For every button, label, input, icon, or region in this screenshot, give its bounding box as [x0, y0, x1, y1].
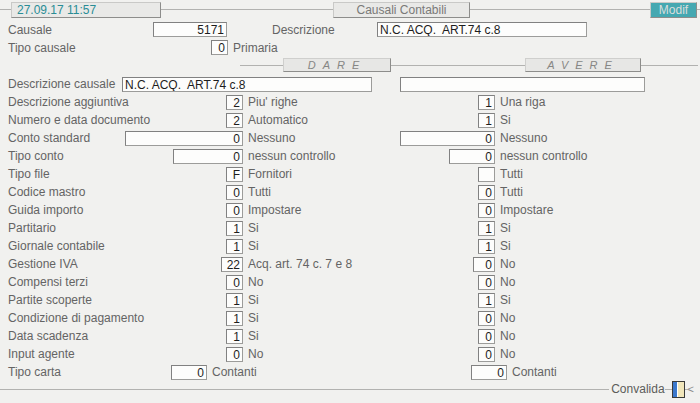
avere-field[interactable]: 0: [473, 257, 495, 272]
form-row: Input agente 0 No 0 No: [0, 345, 700, 363]
form-row: Guida importo 0 Impostare 0 Impostare: [0, 201, 700, 219]
avere-field-description: Si: [500, 221, 511, 235]
avere-field[interactable]: 0: [478, 329, 495, 344]
footer-bar: Convalida <: [0, 380, 700, 398]
avere-field-description: Si: [500, 113, 511, 127]
avere-field-description: No: [500, 329, 515, 343]
form-row: Tipo carta 0 Contanti 0 Contanti: [0, 363, 700, 381]
avere-field[interactable]: 1: [478, 239, 495, 254]
avere-field[interactable]: 0: [478, 185, 495, 200]
dare-label: DARE: [308, 59, 367, 71]
column-header-avere: AVERE: [525, 58, 641, 72]
form-row: Data scadenza 1 Si 0 No: [0, 327, 700, 345]
avere-field[interactable]: 0: [400, 131, 495, 146]
avere-field-description: Si: [500, 293, 511, 307]
form-row: Numero e data documento 2 Automatico 1 S…: [0, 111, 700, 129]
causale-label: Causale: [8, 23, 52, 38]
avere-field-description: Nessuno: [500, 131, 547, 145]
form-row: Giornale contabile 1 Si 1 Si: [0, 237, 700, 255]
avere-field[interactable]: 1: [478, 221, 495, 236]
avere-field[interactable]: 0: [478, 203, 495, 218]
back-arrow[interactable]: <: [688, 383, 694, 395]
datetime-box: 27.09.17 11:57: [11, 2, 161, 18]
form-grid: Descrizione causale N.C. ACQ. ART.74 c.8…: [0, 75, 700, 381]
form-row: Partitario 1 Si 1 Si: [0, 219, 700, 237]
exit-door-icon[interactable]: [672, 381, 685, 398]
mode-badge: Modif: [650, 2, 697, 18]
avere-field[interactable]: 0: [478, 347, 495, 362]
form-row: Conto standard 0 Nessuno 0 Nessuno: [0, 129, 700, 147]
avere-field[interactable]: 1: [478, 293, 495, 308]
avere-field-description: Tutti: [500, 167, 523, 181]
avere-field-description: nessun controllo: [500, 149, 587, 163]
avere-field-description: Tutti: [500, 185, 523, 199]
form-row: Tipo conto 0 nessun controllo 0 nessun c…: [0, 147, 700, 165]
avere-field[interactable]: 0: [478, 275, 495, 290]
avere-field-description: No: [500, 257, 515, 271]
avere-field-description: Contanti: [512, 365, 557, 379]
descrizione-input[interactable]: N.C. ACQ. ART.74 c.8: [377, 22, 587, 37]
descrizione-label: Descrizione: [272, 23, 335, 38]
avere-field[interactable]: 0: [449, 149, 495, 164]
form-row: Partite scoperte 1 Si 1 Si: [0, 291, 700, 309]
avere-field-description: No: [500, 347, 515, 361]
avere-field-description: No: [500, 311, 515, 325]
convalida-label: Convalida: [611, 382, 664, 396]
avere-field-description: Impostare: [500, 203, 553, 217]
column-header-dare: DARE: [283, 58, 391, 72]
causale-input[interactable]: 5171: [153, 22, 227, 37]
avere-field-description: Una riga: [500, 95, 545, 109]
form-row: Descrizione causale N.C. ACQ. ART.74 c.8: [0, 75, 700, 93]
form-row: Compensi terzi 0 No 0 No: [0, 273, 700, 291]
avere-field[interactable]: [400, 77, 645, 92]
avere-field[interactable]: [478, 167, 495, 182]
datetime-label: 27.09.17 11:57: [17, 3, 96, 17]
avere-field[interactable]: 1: [478, 95, 495, 110]
window-title-label: Causali Contabili: [356, 3, 446, 17]
avere-field[interactable]: 0: [471, 365, 507, 380]
form-row: Gestione IVA 22 Acq. art. 74 c. 7 e 8 0 …: [0, 255, 700, 273]
tipo-causale-input[interactable]: 0: [211, 40, 228, 55]
avere-label: AVERE: [547, 59, 619, 71]
avere-field-description: No: [500, 275, 515, 289]
footer-rule: [0, 389, 609, 390]
form-row: Tipo file F Fornitori Tutti: [0, 165, 700, 183]
avere-field-description: Si: [500, 239, 511, 253]
tipo-causale-label: Tipo causale: [8, 41, 76, 56]
avere-field[interactable]: 0: [478, 311, 495, 326]
form-row: Condizione di pagamento 1 Si 0 No: [0, 309, 700, 327]
window-title: Causali Contabili: [333, 2, 470, 18]
tipo-causale-text: Primaria: [233, 41, 278, 56]
form-row: Descrizione aggiuntiva 2 Piu' righe 1 Un…: [0, 93, 700, 111]
avere-field[interactable]: 1: [478, 113, 495, 128]
mode-label: Modif: [659, 3, 688, 17]
form-row: Codice mastro 0 Tutti 0 Tutti: [0, 183, 700, 201]
